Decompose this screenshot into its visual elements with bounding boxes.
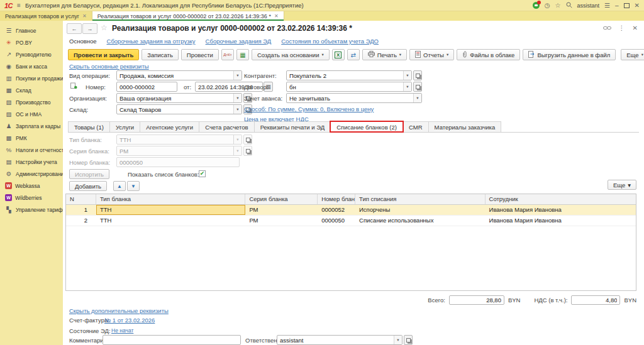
window-close-button[interactable]: ✕ — [635, 3, 640, 9]
sidebar-item-warehouse[interactable]: ▦Склад — [0, 84, 63, 96]
sidebar-item-administration[interactable]: ⚙Администрирование — [0, 168, 63, 180]
chevron-down-icon[interactable]: ▾ — [233, 94, 242, 102]
chevron-down-icon[interactable]: ▾ — [394, 336, 402, 344]
counterparty-combo[interactable]: Покупатель 2 ▾ — [286, 70, 412, 80]
contract-combo[interactable]: бн ▾ — [286, 82, 412, 92]
cell-blank-type[interactable]: ТТН — [96, 216, 245, 226]
move-row-down-button[interactable]: ▼ — [127, 181, 140, 191]
sidebar-item-purchases-sales[interactable]: ▥Покупки и продажи — [0, 72, 63, 84]
cell-blank-type[interactable]: ТТН — [96, 205, 245, 215]
window-tab-list[interactable]: Реализация товаров и услуг ✕ — [0, 11, 92, 21]
col-blank-type[interactable]: Тип бланка — [96, 194, 245, 204]
get-link-icon[interactable] — [603, 25, 611, 31]
cell-blank-number[interactable]: 0000050 — [318, 216, 355, 226]
more-menu-icon[interactable]: ⋮ — [619, 25, 625, 31]
nav-edo-states[interactable]: Состояния по объектам учета ЭДО — [281, 38, 379, 45]
show-postings-button[interactable]: ДтКт — [221, 49, 234, 60]
sidebar-item-fixed-assets[interactable]: ▨ОС и НМА — [0, 108, 63, 120]
sidebar-item-production[interactable]: ▧Производство — [0, 96, 63, 108]
sidebar-item-accounting-settings[interactable]: ▤Настройки учета — [0, 156, 63, 168]
print-button[interactable]: Печать▾ — [362, 49, 407, 60]
cell-n[interactable]: 2 — [66, 216, 96, 226]
hide-main-attributes-link[interactable]: Скрыть основные реквизиты — [69, 63, 149, 70]
create-based-on-button[interactable]: Создать на основании▾ — [252, 49, 330, 60]
tab-customer-materials[interactable]: Материалы заказчика — [428, 121, 502, 132]
col-n[interactable]: N — [66, 194, 96, 204]
export-data-button[interactable]: Выгрузить данные в файл — [523, 49, 616, 60]
organization-combo[interactable]: Ваша организация ▾ — [116, 93, 242, 103]
total-amount-input[interactable] — [449, 295, 504, 305]
move-row-up-button[interactable]: ▲ — [113, 181, 126, 191]
sidebar-item-po-by[interactable]: ✳PO.BY — [0, 36, 63, 48]
blank-number-input[interactable] — [116, 157, 240, 167]
invoice-link[interactable]: № 1 от 23.02.2026 — [104, 317, 155, 324]
tab-agent-services[interactable]: Агентские услуги — [140, 121, 199, 132]
sidebar-item-salary-hr[interactable]: ♟Зарплата и кадры — [0, 120, 63, 132]
search-icon[interactable] — [566, 2, 572, 9]
show-blank-list-checkbox[interactable]: ✔ — [199, 170, 206, 177]
cell-n[interactable]: 1 — [66, 205, 96, 215]
cloud-files-button[interactable]: Файлы в облаке — [457, 49, 520, 60]
discount-method-link[interactable]: Способ: По сумме, Сумма: 0, Включено в ц… — [244, 106, 374, 112]
responsible-combo[interactable]: assistant ▾ — [277, 335, 402, 345]
tab-close-icon[interactable]: ✕ — [82, 13, 87, 19]
table-row[interactable]: 1 ТТН РМ 0000052 Испорчены Иванова Мария… — [66, 205, 636, 216]
advance-offset-combo[interactable]: Не зачитывать ▾ — [286, 93, 422, 103]
tab-print-details-ed[interactable]: Реквизиты печати и ЭД — [254, 121, 331, 132]
cell-blank-series[interactable]: РМ — [245, 216, 318, 226]
main-menu-icon[interactable]: ≡ — [17, 3, 21, 9]
back-button[interactable]: ← — [67, 23, 82, 34]
cell-writeoff-type[interactable]: Испорчены — [355, 205, 486, 215]
responsible-open-button[interactable] — [404, 335, 413, 345]
exchange-button[interactable]: ⇄ — [347, 49, 360, 60]
favorite-star-icon[interactable]: ☆ — [101, 23, 108, 32]
document-number-input[interactable] — [116, 82, 177, 92]
nav-assembly-ed[interactable]: Сборочные задания ЭД — [206, 38, 272, 45]
restore-button[interactable] — [624, 3, 630, 8]
excel-export-button[interactable]: X — [332, 49, 345, 60]
form-close-icon[interactable]: ✕ — [633, 25, 638, 31]
nav-main[interactable]: Основное — [69, 38, 97, 45]
warehouse-combo[interactable]: Склад Товаров ▾ — [116, 104, 242, 114]
chevron-down-icon[interactable]: ▾ — [403, 71, 411, 80]
chevron-down-icon[interactable]: ▾ — [403, 82, 411, 91]
col-blank-series[interactable]: Серия бланка — [245, 194, 318, 204]
reports-button[interactable]: Отчеты▾ — [409, 49, 454, 60]
number-settings-icon[interactable] — [70, 82, 77, 90]
post-button[interactable]: Провести — [181, 49, 219, 60]
sidebar-item-wildberries[interactable]: WWildberries — [0, 192, 63, 204]
spoil-button[interactable]: Испортить — [69, 169, 109, 179]
sidebar-item-taxes-reports[interactable]: %Налоги и отчетность — [0, 144, 63, 156]
col-writeoff-type[interactable]: Тип списания — [355, 194, 486, 204]
chevron-down-icon[interactable]: ▾ — [413, 94, 421, 102]
table-more-button[interactable]: Еще▾ — [608, 180, 636, 190]
table-row[interactable]: 2 ТТН РМ 0000050 Списание использованных… — [66, 216, 636, 226]
tab-close-icon[interactable]: ✕ — [274, 13, 279, 19]
sidebar-item-rmk[interactable]: ▩РМК — [0, 132, 63, 144]
sidebar-item-main[interactable]: ☰Главное — [0, 25, 63, 36]
sidebar-item-manager[interactable]: ↗Руководителю — [0, 48, 63, 60]
tab-cmr[interactable]: CMR — [402, 121, 429, 132]
counterparty-open-button[interactable] — [413, 70, 422, 80]
tab-services[interactable]: Услуги — [109, 121, 140, 132]
ed-state-link[interactable]: Не начат — [111, 327, 133, 334]
blank-series-combo[interactable]: РМ ▾ — [116, 146, 242, 156]
service-menu-icon[interactable]: ☰ — [604, 3, 610, 9]
operation-type-combo[interactable]: Продажа, комиссия ▾ — [116, 70, 242, 80]
favorites-icon[interactable]: ☆ — [555, 3, 561, 9]
vat-amount-input[interactable] — [571, 295, 620, 305]
add-row-button[interactable]: Добавить — [69, 181, 107, 191]
blank-type-combo[interactable]: ТТН ▾ — [116, 134, 242, 145]
notifications-icon[interactable] — [533, 2, 540, 9]
cell-blank-number[interactable]: 0000052 — [318, 205, 355, 215]
tab-goods[interactable]: Товары (1) — [68, 121, 110, 132]
minimize-button[interactable]: – — [615, 3, 619, 9]
nav-assembly-shipment[interactable]: Сборочные задания на отгрузку — [107, 38, 196, 45]
comment-input[interactable] — [103, 335, 241, 345]
tab-blank-writeoff[interactable]: Списание бланков (2) — [330, 121, 403, 132]
write-button[interactable]: Записать — [142, 49, 179, 60]
cell-employee[interactable]: Иванова Мария Ивановна — [486, 205, 636, 215]
chevron-down-icon[interactable]: ▾ — [233, 71, 242, 80]
more-button[interactable]: Еще▾ — [621, 49, 644, 60]
contract-open-button[interactable] — [413, 82, 422, 92]
